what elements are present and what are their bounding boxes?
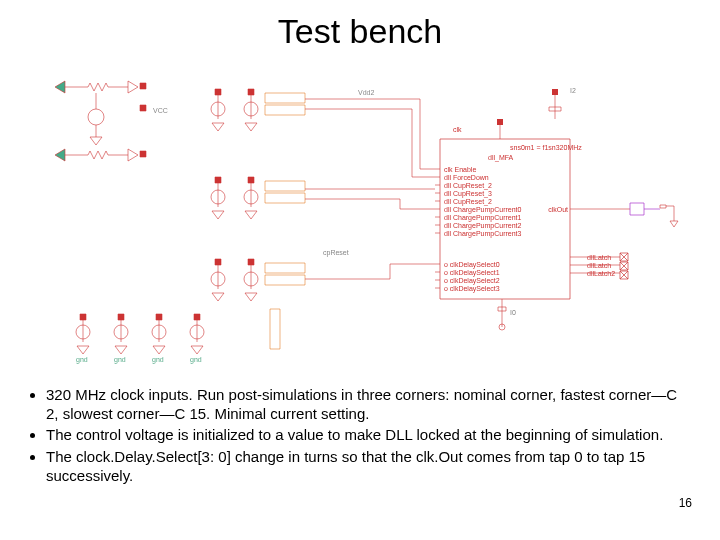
- svg-rect-75: [215, 89, 221, 95]
- svg-rect-108: [265, 275, 305, 285]
- svg-marker-67: [128, 149, 138, 161]
- pin-out-1: o clkDelaySelect1: [444, 269, 500, 276]
- pin-in-8: dll ChargePumpCurrent3: [444, 230, 521, 237]
- svg-rect-74: [140, 151, 146, 157]
- svg-rect-19: [497, 119, 503, 125]
- bullet-item: The control voltage is initialized to a …: [46, 425, 692, 444]
- schematic-diagram: sns0m1 = f1sn320MHz dll_MFA clk Enable d…: [40, 59, 680, 371]
- svg-marker-102: [212, 293, 224, 301]
- svg-rect-119: [156, 314, 162, 320]
- svg-marker-71: [90, 137, 102, 145]
- annot-cpreset: cpReset: [323, 249, 349, 256]
- svg-rect-123: [194, 314, 200, 320]
- gnd-3: gnd: [190, 356, 202, 363]
- pin-in-7: dll ChargePumpCurrent2: [444, 222, 521, 229]
- svg-marker-90: [212, 211, 224, 219]
- svg-marker-122: [153, 346, 165, 354]
- pin-in-3: dll CupReset_3: [444, 190, 492, 197]
- svg-marker-60: [55, 81, 65, 93]
- annot-vcc: VCC: [153, 107, 168, 114]
- bullet-list: 320 MHz clock inputs. Run post-simulatio…: [28, 385, 692, 485]
- svg-rect-96: [265, 193, 305, 203]
- pin-in-0: clk Enable: [444, 166, 476, 173]
- svg-rect-110: [270, 309, 280, 349]
- svg-marker-118: [115, 346, 127, 354]
- annot-vdd2: Vdd2: [358, 89, 374, 96]
- svg-rect-79: [248, 89, 254, 95]
- pin-r-2: dllLatch2: [587, 270, 615, 277]
- svg-marker-94: [245, 211, 257, 219]
- svg-marker-63: [128, 81, 138, 93]
- svg-point-69: [88, 109, 104, 125]
- pin-out-3: o clkDelaySelect3: [444, 285, 500, 292]
- gnd-1: gnd: [114, 356, 126, 363]
- svg-marker-106: [245, 293, 257, 301]
- annot-i2: I2: [570, 87, 576, 94]
- svg-rect-107: [265, 263, 305, 273]
- pin-in-2: dll CupReset_2: [444, 182, 492, 189]
- svg-rect-84: [265, 105, 305, 115]
- svg-marker-82: [245, 123, 257, 131]
- pin-in-5: dll ChargePumpCurrent0: [444, 206, 521, 213]
- svg-marker-78: [212, 123, 224, 131]
- svg-rect-72: [140, 83, 146, 89]
- svg-marker-64: [55, 149, 65, 161]
- slide-title: Test bench: [28, 12, 692, 51]
- svg-marker-114: [77, 346, 89, 354]
- svg-marker-126: [191, 346, 203, 354]
- block-header2: dll_MFA: [488, 154, 513, 161]
- block-header1: sns0m1 = f1sn320MHz: [510, 144, 582, 151]
- annot-i0: I0: [510, 309, 516, 316]
- svg-rect-111: [80, 314, 86, 320]
- svg-rect-99: [215, 259, 221, 265]
- pin-in-6: dll ChargePumpCurrent1: [444, 214, 521, 221]
- pin-clk: clk: [453, 126, 462, 133]
- svg-rect-83: [265, 93, 305, 103]
- svg-rect-95: [265, 181, 305, 191]
- svg-rect-103: [248, 259, 254, 265]
- pin-r-1: dllLatch: [587, 262, 611, 269]
- svg-rect-91: [248, 177, 254, 183]
- bullet-item: The clock.Delay.Select[3: 0] change in t…: [46, 447, 692, 485]
- pin-in-1: dll ForceDown: [444, 174, 489, 181]
- svg-rect-54: [630, 203, 644, 215]
- svg-rect-73: [140, 105, 146, 111]
- pin-clkout: clkOut: [544, 206, 568, 213]
- svg-marker-59: [670, 221, 678, 227]
- page-number: 16: [679, 496, 692, 510]
- svg-rect-56: [660, 205, 666, 208]
- pin-out-2: o clkDelaySelect2: [444, 277, 500, 284]
- svg-rect-87: [215, 177, 221, 183]
- pin-in-4: dll CupReset_2: [444, 198, 492, 205]
- pin-out-0: o clkDelaySelect0: [444, 261, 500, 268]
- svg-rect-115: [118, 314, 124, 320]
- gnd-2: gnd: [152, 356, 164, 363]
- gnd-0: gnd: [76, 356, 88, 363]
- svg-rect-48: [552, 89, 558, 95]
- pin-r-0: dllLatch: [587, 254, 611, 261]
- bullet-item: 320 MHz clock inputs. Run post-simulatio…: [46, 385, 692, 423]
